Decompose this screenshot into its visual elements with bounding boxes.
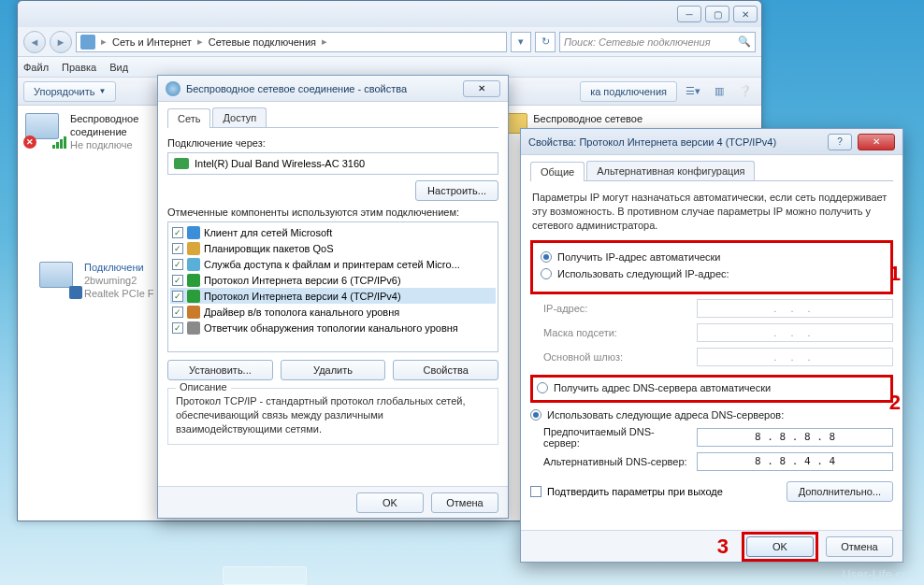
view-icons-button[interactable]: ☰▾ xyxy=(683,81,703,102)
uninstall-button[interactable]: Удалить xyxy=(281,360,386,380)
validate-on-exit-row[interactable]: Подтвердить параметры при выходе Дополни… xyxy=(530,481,893,502)
checkbox-icon[interactable]: ✓ xyxy=(172,227,183,238)
item-label: Драйвер в/в тополога канального уровня xyxy=(204,307,399,318)
dialog-buttons: OK Отмена xyxy=(158,486,508,518)
connection-item[interactable]: ✕ Беспроводное соединение Не подключе xyxy=(25,113,138,513)
checkbox-icon[interactable] xyxy=(530,486,541,497)
maximize-button[interactable]: ▢ xyxy=(705,6,729,22)
gateway-row: Основной шлюз:. . . xyxy=(530,347,893,367)
mask-input: . . . xyxy=(697,323,893,342)
organize-button[interactable]: Упорядочить▼ xyxy=(23,81,116,102)
connection-item[interactable]: Подключени 2bwuming2 Realtek PCIe F xyxy=(39,262,154,300)
search-icon: 🔍 xyxy=(738,36,751,48)
radio-label: Получить адрес DNS-сервера автоматически xyxy=(554,382,771,393)
field-label: Предпочитаемый DNS-сервер: xyxy=(530,426,689,449)
wireless-properties-dialog: Беспроводное сетевое соединение - свойст… xyxy=(157,75,509,519)
radio-label: Использовать следующие адреса DNS-сервер… xyxy=(547,409,784,421)
breadcrumb-seg[interactable]: Сетевые подключения xyxy=(209,36,316,48)
highlight-box-2: Получить адрес DNS-сервера автоматически xyxy=(530,375,893,403)
dialog-titlebar: Свойства: Протокол Интернета версии 4 (T… xyxy=(521,129,902,155)
breadcrumb-seg[interactable]: Сеть и Интернет xyxy=(112,36,192,48)
list-item[interactable]: ✓Клиент для сетей Microsoft xyxy=(170,224,496,240)
item-label: Протокол Интернета версии 6 (TCP/IPv6) xyxy=(204,275,401,286)
tab-general[interactable]: Общие xyxy=(530,162,585,181)
checkbox-icon[interactable]: ✓ xyxy=(172,259,183,270)
configure-button[interactable]: Настроить... xyxy=(415,180,498,201)
search-input[interactable]: Поиск: Сетевые подключения 🔍 xyxy=(559,32,756,52)
search-placeholder: Поиск: Сетевые подключения xyxy=(564,36,711,48)
field-label: Основной шлюз: xyxy=(530,351,689,363)
dns1-input[interactable]: 8 . 8 . 8 . 8 xyxy=(697,428,893,447)
item-label: Клиент для сетей Microsoft xyxy=(204,227,332,238)
dialog-close-button[interactable]: ✕ xyxy=(858,134,895,150)
list-item[interactable]: ✓Ответчик обнаружения топологии канально… xyxy=(170,320,496,335)
subnet-row: Маска подсети:. . . xyxy=(530,322,893,343)
description-text: Протокол TCP/IP - стандартный протокол г… xyxy=(176,394,490,436)
field-label: IP-адрес: xyxy=(530,303,689,314)
gateway-input: . . . xyxy=(697,348,893,366)
radio-dns-manual[interactable]: Использовать следующие адреса DNS-сервер… xyxy=(530,407,893,423)
field-label: Маска подсети: xyxy=(530,327,689,338)
conn-adapter: Realtek PCIe F xyxy=(84,288,154,301)
breadcrumb-dropdown[interactable]: ▾ xyxy=(511,32,531,52)
menu-edit[interactable]: Правка xyxy=(62,62,96,73)
cancel-button[interactable]: Отмена xyxy=(826,536,893,557)
radio-ip-manual[interactable]: Использовать следующий IP-адрес: xyxy=(541,265,883,282)
dialog-buttons: 3 OK Отмена xyxy=(521,530,902,562)
menu-file[interactable]: Файл xyxy=(23,62,49,73)
list-item[interactable]: ✓Служба доступа к файлам и принтерам сет… xyxy=(170,256,496,272)
conn-name: Подключени xyxy=(84,262,154,275)
watermark: User-Life.com xyxy=(843,568,918,581)
radio-ip-auto[interactable]: Получить IP-адрес автоматически xyxy=(541,249,883,265)
forward-button[interactable]: ► xyxy=(50,31,72,53)
protocol-icon xyxy=(187,274,200,287)
disconnected-icon: ✕ xyxy=(23,136,36,149)
checkbox-icon[interactable]: ✓ xyxy=(172,275,183,286)
annotation-1: 1 xyxy=(889,262,901,286)
close-button[interactable]: ✕ xyxy=(733,6,758,22)
preferred-dns-row: Предпочитаемый DNS-сервер:8 . 8 . 8 . 8 xyxy=(530,427,893,448)
components-label: Отмеченные компоненты используются этим … xyxy=(167,207,498,218)
checkbox-icon[interactable]: ✓ xyxy=(172,291,183,302)
dns2-input[interactable]: 8 . 8 . 4 . 4 xyxy=(697,452,893,471)
radio-label: Получить IP-адрес автоматически xyxy=(557,251,720,263)
advanced-button[interactable]: Дополнительно... xyxy=(787,481,893,502)
tab-access[interactable]: Доступ xyxy=(212,107,267,127)
list-item-selected[interactable]: ✓Протокол Интернета версии 4 (TCP/IPv4) xyxy=(170,288,496,304)
dialog-help-button[interactable]: ? xyxy=(828,134,852,150)
checkbox-icon[interactable]: ✓ xyxy=(172,322,183,334)
properties-button[interactable]: Свойства xyxy=(393,360,498,380)
tab-network[interactable]: Сеть xyxy=(167,108,210,128)
preview-pane-button[interactable]: ▥ xyxy=(709,81,729,102)
tab-alternate[interactable]: Альтернативная конфигурация xyxy=(586,161,755,180)
radio-dns-auto[interactable]: Получить адрес DNS-сервера автоматически xyxy=(537,379,887,396)
conn-ssid: 2bwuming2 xyxy=(84,275,154,288)
annotation-3: 3 xyxy=(717,535,729,559)
dialog-close-button[interactable]: ✕ xyxy=(463,80,500,97)
components-list[interactable]: ✓Клиент для сетей Microsoft ✓Планировщик… xyxy=(167,221,498,352)
list-item[interactable]: ✓Планировщик пакетов QoS xyxy=(170,240,496,256)
list-item[interactable]: ✓Протокол Интернета версии 6 (TCP/IPv6) xyxy=(170,272,496,288)
tab-strip: Общие Альтернативная конфигурация xyxy=(530,161,893,181)
breadcrumb[interactable]: ▸ Сеть и Интернет ▸ Сетевые подключения … xyxy=(76,32,507,52)
menu-view[interactable]: Вид xyxy=(109,62,128,73)
item-label: Планировщик пакетов QoS xyxy=(204,243,334,254)
ok-button[interactable]: OK xyxy=(746,536,814,557)
highlight-box-1: Получить IP-адрес автоматически Использо… xyxy=(530,240,893,294)
address-row: ◄ ► ▸ Сеть и Интернет ▸ Сетевые подключе… xyxy=(18,27,761,57)
cancel-button[interactable]: Отмена xyxy=(431,492,498,513)
item-label: Ответчик обнаружения топологии канальног… xyxy=(204,322,458,334)
ok-button[interactable]: OK xyxy=(356,492,424,513)
minimize-button[interactable]: ─ xyxy=(677,6,701,22)
toolbar-fragment[interactable]: ка подключения xyxy=(580,81,677,102)
chevron-right-icon: ▸ xyxy=(197,36,203,48)
list-item[interactable]: ✓Драйвер в/в тополога канального уровня xyxy=(170,304,496,320)
back-button[interactable]: ◄ xyxy=(23,31,46,53)
wifi-bars-icon xyxy=(52,136,66,149)
refresh-button[interactable]: ↻ xyxy=(535,32,556,52)
checkbox-icon[interactable]: ✓ xyxy=(172,307,183,318)
responder-icon xyxy=(187,321,200,335)
checkbox-icon[interactable]: ✓ xyxy=(172,243,183,254)
install-button[interactable]: Установить... xyxy=(167,360,273,380)
help-icon[interactable]: ❔ xyxy=(735,81,756,102)
